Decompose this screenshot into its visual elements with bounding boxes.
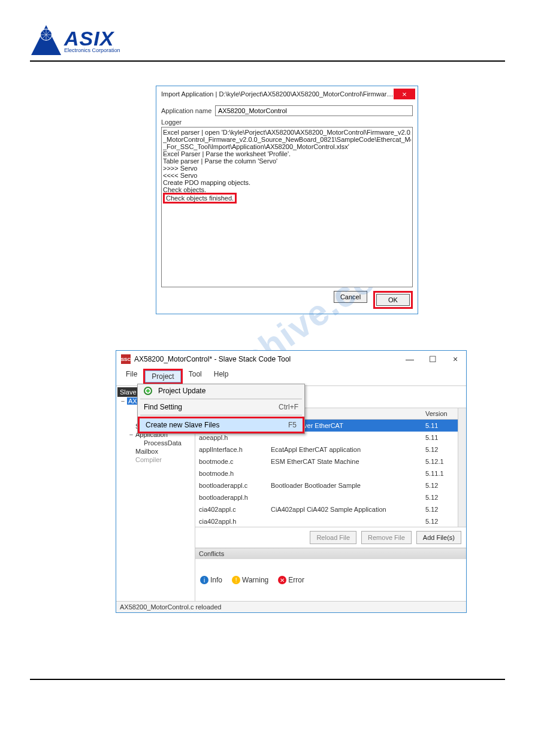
app-name-label: Application name xyxy=(161,107,215,114)
log-line: _MotorControl_Firmware_v2.0.0_Source_New… xyxy=(163,136,411,143)
tree-item-compiler[interactable]: Compiler xyxy=(128,456,194,464)
table-row[interactable]: cia402appl.h5.12 xyxy=(195,515,458,527)
dialog-body: Application name Logger Excel parser | o… xyxy=(156,102,418,314)
app-name-input[interactable] xyxy=(215,105,413,116)
table-row[interactable]: bootmode.cESM EtherCAT State Machine5.12… xyxy=(195,456,458,467)
tree-item-processdata[interactable]: ProcessData xyxy=(137,439,194,447)
ok-button-highlight: OK xyxy=(373,291,413,309)
dropdown-find-setting[interactable]: Find Setting Ctrl+F xyxy=(138,400,304,414)
footer-divider xyxy=(30,679,505,680)
dropdown-label: Project Update xyxy=(158,387,205,395)
log-line: Table parser | Parse the column 'Servo' xyxy=(163,157,411,165)
dropdown-create-slave-files[interactable]: Create new Slave Files F5 xyxy=(140,418,303,432)
dropdown-create-highlight: Create new Slave Files F5 xyxy=(138,417,304,433)
conflicts-body: iInfo !Warning ✕Error xyxy=(195,559,466,601)
log-line: _For_SSC_Tool\Import\Application\AX58200… xyxy=(163,143,411,150)
warning-tab[interactable]: !Warning xyxy=(232,576,268,585)
maximize-button[interactable]: ☐ xyxy=(425,354,440,364)
info-icon: i xyxy=(200,576,208,584)
refresh-icon xyxy=(144,387,152,395)
ssc-title: AX58200_MotorControl* - Slave Stack Code… xyxy=(134,355,403,363)
app-name-row: Application name xyxy=(161,105,413,116)
tree-item-mailbox[interactable]: Mailbox xyxy=(128,447,194,456)
dropdown-shortcut: Ctrl+F xyxy=(279,403,298,411)
logger-output: Excel parser | open 'D:\kyle\Porject\AX5… xyxy=(161,127,413,287)
logo-icon xyxy=(30,24,63,57)
dropdown-label: Find Setting xyxy=(144,403,182,411)
dropdown-label: Create new Slave Files xyxy=(146,421,219,429)
cancel-button[interactable]: Cancel xyxy=(334,291,367,303)
log-highlight-text: Check objects finished. xyxy=(166,195,234,202)
app-icon: SSC xyxy=(121,354,131,364)
log-line: Excel Parser | Parse the worksheet 'Prof… xyxy=(163,150,411,157)
page: manualshive.com ASIX Elect xyxy=(0,0,535,704)
table-row[interactable]: cia402appl.cCiA402appl CiA402 Sample App… xyxy=(195,503,458,515)
ok-button[interactable]: OK xyxy=(376,294,410,306)
logo: ASIX Electronics Corporation xyxy=(30,24,120,57)
header-divider xyxy=(30,60,505,62)
table-row[interactable]: bootloaderappl.cBootloader Bootloader Sa… xyxy=(195,479,458,491)
logger-label: Logger xyxy=(161,119,413,126)
table-row[interactable]: bootmode.h5.11.1 xyxy=(195,467,458,479)
menu-project-highlight: Project xyxy=(143,369,182,384)
dialog-titlebar: Import Application | D:\kyle\Porject\AX5… xyxy=(156,86,418,102)
error-tab[interactable]: ✕Error xyxy=(278,576,304,585)
table-row[interactable]: bootloaderappl.h5.12 xyxy=(195,491,458,503)
table-row[interactable]: applInterface.hEcatAppl EtherCAT applica… xyxy=(195,444,458,456)
info-tab[interactable]: iInfo xyxy=(200,576,222,585)
project-dropdown: Project Update Find Setting Ctrl+F Creat… xyxy=(137,384,305,434)
warning-icon: ! xyxy=(232,576,240,584)
close-button[interactable]: × xyxy=(394,89,415,99)
menu-help[interactable]: Help xyxy=(208,369,235,384)
log-highlight: Check objects finished. xyxy=(163,193,237,204)
conflicts-header: Conflicts xyxy=(195,548,466,559)
add-file-button[interactable]: Add File(s) xyxy=(416,531,461,544)
dialog-button-row: Cancel OK xyxy=(161,291,413,309)
dialog-title: Import Application | D:\kyle\Porject\AX5… xyxy=(161,90,394,98)
brand-subtitle: Electronics Corporation xyxy=(64,47,120,53)
minimize-button[interactable]: — xyxy=(403,354,417,364)
statusbar: AX58200_MotorControl.c reloaded xyxy=(116,601,466,612)
file-buttons-row: Reload File Remove File Add File(s) xyxy=(195,527,466,548)
reload-file-button[interactable]: Reload File xyxy=(310,531,356,544)
import-application-dialog: Import Application | D:\kyle\Porject\AX5… xyxy=(156,86,418,314)
page-header: ASIX Electronics Corporation xyxy=(30,24,505,57)
log-line: Excel parser | open 'D:\kyle\Porject\AX5… xyxy=(163,129,411,136)
brand-name: ASIX xyxy=(64,28,120,48)
menubar: File Project Tool Help xyxy=(116,368,466,385)
remove-file-button[interactable]: Remove File xyxy=(361,531,412,544)
dropdown-project-update[interactable]: Project Update xyxy=(138,384,304,397)
ssc-tool-window: SSC AX58200_MotorControl* - Slave Stack … xyxy=(116,350,467,613)
log-line: >>>> Servo xyxy=(163,165,411,172)
menu-project[interactable]: Project xyxy=(145,371,180,382)
scrollbar[interactable] xyxy=(458,408,466,527)
menu-tool[interactable]: Tool xyxy=(183,369,208,384)
log-line: <<<< Servo xyxy=(163,172,411,179)
close-button[interactable]: × xyxy=(448,354,463,364)
error-icon: ✕ xyxy=(278,576,286,584)
col-version[interactable]: Version xyxy=(422,408,458,420)
ssc-titlebar: SSC AX58200_MotorControl* - Slave Stack … xyxy=(116,351,466,368)
log-line: Create PDO mapping objects. xyxy=(163,179,411,186)
dropdown-shortcut: F5 xyxy=(288,421,297,429)
menu-file[interactable]: File xyxy=(120,369,143,384)
logo-text: ASIX Electronics Corporation xyxy=(64,28,120,53)
